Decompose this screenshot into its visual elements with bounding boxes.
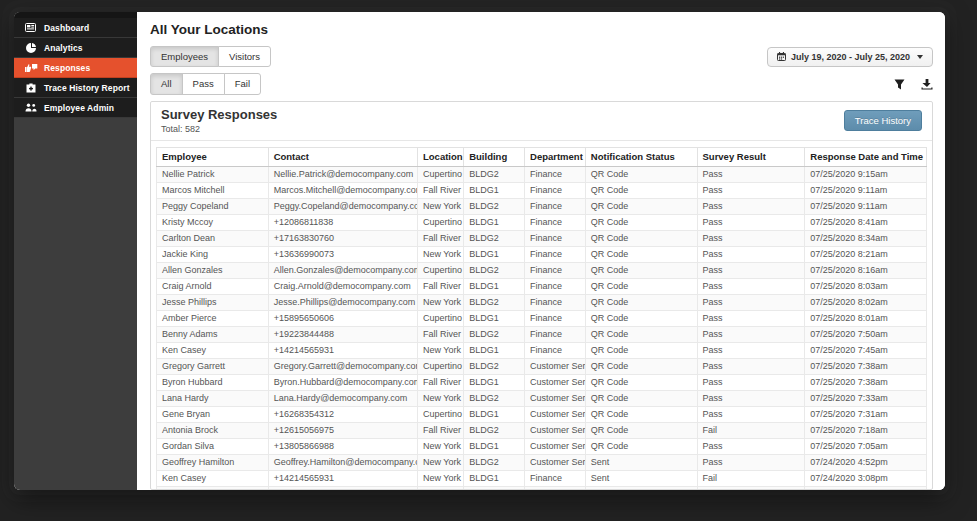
sidebar-item-employee-admin[interactable]: Employee Admin: [14, 98, 137, 118]
filter-pass-button[interactable]: Pass: [182, 73, 225, 94]
table-cell: Byron Hubbard: [157, 374, 269, 390]
table-cell: QR Code: [585, 358, 697, 374]
table-cell: Geoffrey Hamilton: [157, 454, 269, 470]
table-cell: Craig.Arnold@democompany.com: [268, 278, 417, 294]
filter-fail-button[interactable]: Fail: [224, 73, 261, 94]
table-row: Ken Casey+14214565931New YorkBLDG1Financ…: [157, 342, 927, 358]
table-cell: Finance: [525, 214, 586, 230]
date-range-picker[interactable]: July 19, 2020 - July 25, 2020: [767, 47, 933, 67]
table-cell: Finance: [525, 294, 586, 310]
column-header-notification-status[interactable]: Notification Status: [585, 147, 697, 166]
table-cell: QR Code: [585, 294, 697, 310]
download-icon[interactable]: [921, 79, 933, 90]
filter-all-button[interactable]: All: [150, 73, 183, 94]
table-cell: BLDG1: [464, 470, 525, 486]
column-header-building[interactable]: Building: [464, 147, 525, 166]
table-cell: Kristy Mccoy: [157, 214, 269, 230]
table-cell: Pass: [697, 182, 805, 198]
table-row: Carlton Dean+17163830760Fall RiverBLDG2F…: [157, 230, 927, 246]
table-cell: Pass: [697, 390, 805, 406]
table-cell: QR Code: [585, 166, 697, 182]
table-cell: Pass: [697, 438, 805, 454]
table-cell: 07/25/2020 7:33am: [805, 390, 927, 406]
filter-icon[interactable]: [894, 79, 905, 90]
table-cell: Gordan Silva: [157, 438, 269, 454]
table-cell: Finance: [525, 198, 586, 214]
table-cell: 07/25/2020 7:38am: [805, 358, 927, 374]
analytics-icon: [23, 43, 38, 53]
table-cell: Sent: [585, 454, 697, 470]
table-row: Marcos MitchellMarcos.Mitchell@democompa…: [157, 182, 927, 198]
table-cell: Pass: [697, 454, 805, 470]
table-cell: Pass: [697, 342, 805, 358]
table-cell: BLDG1: [464, 342, 525, 358]
table-row: Geoffrey HamiltonGeoffrey.Hamilton@democ…: [157, 454, 927, 470]
table-cell: Pass: [697, 214, 805, 230]
table-cell: Finance: [525, 230, 586, 246]
table-row: Benny Adams+19223844488Fall RiverBLDG2Fi…: [157, 326, 927, 342]
table-cell: Craig Arnold: [157, 278, 269, 294]
table-cell: 07/25/2020 7:31am: [805, 406, 927, 422]
table-cell: BLDG2: [464, 486, 525, 489]
table-cell: Finance: [525, 182, 586, 198]
column-header-employee[interactable]: Employee: [157, 147, 269, 166]
table-cell: Nellie Patrick: [157, 166, 269, 182]
table-cell: Peggy.Copeland@democompany.com: [268, 198, 417, 214]
table-cell: Pass: [697, 486, 805, 489]
total-count: Total: 582: [161, 124, 277, 134]
table-cell: 07/25/2020 7:50am: [805, 326, 927, 342]
visitors-tab-button[interactable]: Visitors: [218, 46, 271, 67]
table-cell: 07/25/2020 8:41am: [805, 214, 927, 230]
table-cell: +14214565931: [268, 470, 417, 486]
table-cell: BLDG1: [464, 438, 525, 454]
table-cell: Finance: [525, 262, 586, 278]
table-cell: QR Code: [585, 390, 697, 406]
table-cell: 07/24/2020 4:52pm: [805, 454, 927, 470]
responses-table-container: Employee Contact Location Building Depar…: [151, 141, 932, 489]
sidebar-item-trace-history-report[interactable]: Trace History Report: [14, 78, 137, 98]
table-cell: Cupertino: [418, 406, 464, 422]
table-cell: 07/25/2020 8:01am: [805, 310, 927, 326]
employees-tab-button[interactable]: Employees: [150, 46, 219, 67]
sidebar-item-responses[interactable]: Responses: [14, 58, 137, 78]
table-cell: Pass: [697, 230, 805, 246]
column-header-response-date[interactable]: Response Date and Time: [805, 147, 927, 166]
trace-history-button[interactable]: Trace History: [844, 110, 922, 131]
sidebar-item-analytics[interactable]: Analytics: [14, 38, 137, 58]
table-cell: Fall River: [418, 422, 464, 438]
table-cell: New York: [418, 390, 464, 406]
table-cell: QR Code: [585, 278, 697, 294]
table-cell: Customer Service: [525, 406, 586, 422]
table-row: Jonathan Lowe+12739329032Fall RiverBLDG2…: [157, 486, 927, 489]
table-cell: +12615056975: [268, 422, 417, 438]
column-header-contact[interactable]: Contact: [268, 147, 417, 166]
table-cell: QR Code: [585, 262, 697, 278]
column-header-location[interactable]: Location: [418, 147, 464, 166]
result-filter-group: All Pass Fail: [150, 73, 261, 94]
table-cell: QR Code: [585, 246, 697, 262]
table-cell: Customer Service: [525, 438, 586, 454]
table-cell: QR Code: [585, 438, 697, 454]
table-cell: New York: [418, 454, 464, 470]
table-cell: 07/25/2020 9:15am: [805, 166, 927, 182]
column-header-department[interactable]: Department: [525, 147, 586, 166]
table-row: Gregory GarrettGregory.Garrett@democompa…: [157, 358, 927, 374]
table-cell: 07/25/2020 8:02am: [805, 294, 927, 310]
column-header-survey-result[interactable]: Survey Result: [697, 147, 805, 166]
table-cell: Pass: [697, 326, 805, 342]
table-cell: Cupertino: [418, 166, 464, 182]
app-window: Dashboard Analytics Responses Trace Hist…: [14, 12, 945, 490]
table-cell: Customer Service: [525, 422, 586, 438]
table-cell: Amber Pierce: [157, 310, 269, 326]
sidebar-nav: Dashboard Analytics Responses Trace Hist…: [14, 12, 137, 118]
table-cell: Pass: [697, 246, 805, 262]
table-cell: Customer Service: [525, 486, 586, 489]
table-cell: Pass: [697, 166, 805, 182]
table-cell: Finance: [525, 326, 586, 342]
responses-icon: [23, 63, 38, 73]
table-cell: BLDG1: [464, 406, 525, 422]
table-cell: Pass: [697, 310, 805, 326]
table-cell: Fall River: [418, 326, 464, 342]
sidebar-item-dashboard[interactable]: Dashboard: [14, 18, 137, 38]
table-row: Kristy Mccoy+12086811838CupertinoBLDG1Fi…: [157, 214, 927, 230]
